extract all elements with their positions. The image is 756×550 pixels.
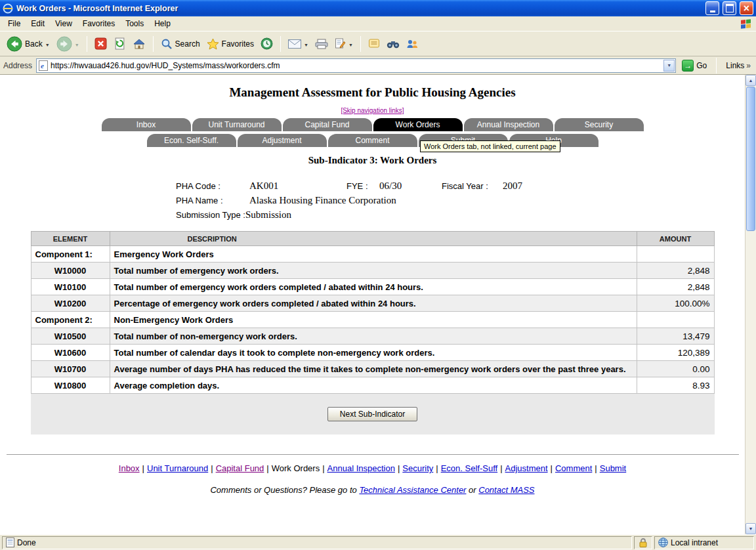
contact-mass-link[interactable]: Contact MASS [478,485,534,495]
tab-inbox[interactable]: Inbox [102,118,191,131]
forward-button[interactable] [54,35,82,53]
refresh-button[interactable] [111,36,129,51]
page-content: Management Assessment for Public Housing… [0,75,745,534]
element-header: ELEMENT [31,232,110,246]
tab-unit-turnaround[interactable]: Unit Turnaround [192,118,282,131]
minimize-button[interactable] [705,1,719,15]
menu-help[interactable]: Help [149,17,176,30]
address-combo[interactable]: e [36,58,676,73]
element-cell: Component 1: [31,246,110,263]
discuss-icon [368,39,380,49]
mail-dropdown-icon[interactable] [304,39,308,49]
go-icon [682,60,694,72]
pha-code-value: AK001 [249,180,346,192]
favorites-button[interactable]: Favorites [204,37,257,51]
address-bar: Address e Go Links [0,56,756,75]
element-cell: W10200 [31,295,110,312]
fiscal-year-value: 2007 [503,180,522,192]
status-main-panel: Done [2,536,632,549]
description-cell: Average completion days. [110,377,637,394]
footer-link-adjustment[interactable]: Adjustment [505,463,548,473]
links-bar[interactable]: Links [724,61,753,70]
home-button[interactable] [130,37,148,51]
svg-text:e: e [41,62,44,70]
technical-assistance-center-link[interactable]: Technical Assistance Center [359,485,466,495]
footer-note-text: Comments or Questions? Please go to [210,485,359,495]
mail-button[interactable] [285,38,311,50]
footer-link-inbox[interactable]: Inbox [119,463,140,473]
scroll-up-button[interactable] [746,75,756,86]
stop-button[interactable] [92,36,110,51]
button-area: Next Sub-Indicator [31,394,715,434]
footer-link-capital-fund[interactable]: Capital Fund [216,463,264,473]
history-button[interactable] [258,36,276,51]
address-dropdown-icon[interactable] [663,60,675,72]
search-icon [161,38,173,50]
element-cell: W10700 [31,361,110,377]
tab-work-orders[interactable]: Work Orders [373,118,463,131]
tab-comment[interactable]: Comment [328,134,417,147]
back-dropdown-icon[interactable] [45,39,50,49]
tab-econ-self-suff[interactable]: Econ. Self-Suff. [147,134,236,147]
tab-capital-fund[interactable]: Capital Fund [283,118,372,131]
amount-header: AMOUNT [637,232,714,246]
description-cell: Emergency Work Orders [110,246,637,263]
tab-adjustment[interactable]: Adjustment [238,134,327,147]
footer-nav: Inbox|Unit Turnaround|Capital Fund|Work … [0,463,745,473]
go-button[interactable]: Go [680,59,709,72]
footer-link-submit[interactable]: Submit [600,463,626,473]
messenger-button[interactable] [404,37,421,51]
menu-edit[interactable]: Edit [26,17,50,30]
forward-dropdown-icon[interactable] [75,39,79,49]
footer-link-annual-inspection[interactable]: Annual Inspection [327,463,395,473]
scroll-down-button[interactable] [746,523,756,534]
tab-annual-inspection[interactable]: Annual Inspection [464,118,553,131]
footer-link-comment[interactable]: Comment [555,463,592,473]
favorites-star-icon [207,38,219,50]
amount-cell [637,246,714,263]
menu-file[interactable]: File [3,17,26,30]
footer-separator: | [551,463,553,473]
research-button[interactable] [384,38,402,50]
edit-dropdown-icon[interactable] [348,39,353,49]
menu-favorites[interactable]: Favorites [77,17,120,30]
maximize-button[interactable] [723,1,736,15]
address-input[interactable] [51,61,661,70]
element-cell: W10800 [31,377,110,394]
amount-cell: 13,479 [637,328,714,345]
refresh-icon [114,37,126,50]
edit-button[interactable] [332,37,356,51]
vertical-scrollbar[interactable] [745,75,756,534]
footer-link-security[interactable]: Security [402,463,433,473]
pha-info-block: PHA Code : AK001 FYE : 06/30 Fiscal Year… [176,180,745,221]
discuss-button[interactable] [366,37,383,51]
next-sub-indicator-button[interactable]: Next Sub-Indicator [327,407,417,421]
pha-info-row: Submission Type : Submission [176,209,745,221]
ie-icon [3,3,13,14]
binoculars-icon [387,39,400,49]
back-button[interactable]: Back [4,35,52,53]
table-row: W10800 Average completion days. 8.93 [31,377,714,394]
footer-note: Comments or Questions? Please go to Tech… [0,485,745,495]
footer-separator: | [436,463,438,473]
footer-separator: | [595,463,597,473]
status-zone-panel: Local intranet [654,536,754,549]
search-button[interactable]: Search [158,37,203,51]
close-button[interactable] [740,1,753,15]
work-orders-table: ELEMENT DESCRIPTION AMOUNT Component 1: … [31,231,715,394]
footer-link-unit-turnaround[interactable]: Unit Turnaround [147,463,208,473]
work-orders-table-zone: ELEMENT DESCRIPTION AMOUNT Component 1: … [31,231,715,434]
scrollbar-thumb[interactable] [746,87,755,231]
tab-security[interactable]: Security [555,118,644,131]
amount-cell: 120,389 [637,345,714,361]
footer-separator: | [266,463,268,473]
favorites-label: Favorites [222,39,254,49]
menu-view[interactable]: View [50,17,77,30]
menu-tools[interactable]: Tools [120,17,149,30]
print-button[interactable] [312,37,331,51]
skip-navigation-link[interactable]: [Skip navigation links] [0,107,745,114]
pha-name-label: PHA Name : [176,196,249,205]
sub-indicator-heading: Sub-Indicator 3: Work Orders [0,155,745,166]
menu-bar: File Edit View Favorites Tools Help [0,16,756,32]
footer-link-econ-self-suff[interactable]: Econ. Self-Suff [441,463,497,473]
